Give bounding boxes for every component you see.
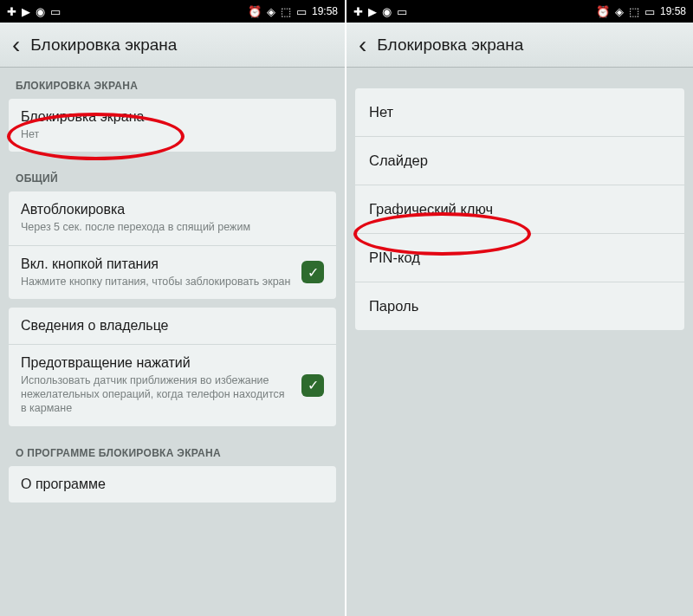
page-title: Блокировка экрана [30, 36, 177, 55]
item-title: Автоблокировка [21, 202, 315, 217]
item-prevent-touch[interactable]: Предотвращение нажатий Использовать датч… [9, 345, 336, 426]
battery-icon: ▭ [296, 5, 307, 18]
item-screen-lock[interactable]: Блокировка экрана Нет [9, 99, 336, 152]
item-sub: Использовать датчик приближения во избеж… [21, 373, 293, 416]
check-icon[interactable]: ✓ [301, 261, 324, 283]
item-title: Предотвращение нажатий [21, 355, 293, 371]
battery-icon: ▭ [644, 5, 655, 18]
option-label: Пароль [369, 298, 418, 314]
clock-time: 19:58 [312, 5, 338, 17]
option-label: PIN-код [369, 250, 420, 266]
alarm-icon: ⏰ [248, 5, 262, 18]
option-none[interactable]: Нет [355, 88, 684, 137]
sync-icon: ◉ [382, 5, 392, 18]
content: Нет Слайдер Графический ключ PIN-код Пар… [346, 68, 693, 330]
app-header: ‹ Блокировка экрана [346, 23, 693, 68]
section-label-general: ОБЩИЙ [0, 160, 345, 191]
option-pattern[interactable]: Графический ключ [355, 185, 684, 234]
option-password[interactable]: Пароль [355, 282, 684, 330]
signal-icon: ⬚ [629, 5, 639, 18]
item-sub: Через 5 сек. после перехода в спящий реж… [21, 220, 315, 234]
section-label-lock: БЛОКИРОВКА ЭКРАНА [0, 68, 345, 99]
status-right: ⏰ ◈ ⬚ ▭ 19:58 [596, 5, 686, 18]
back-icon[interactable]: ‹ [12, 33, 20, 57]
item-about[interactable]: О программе [9, 466, 336, 503]
plus-icon: ✚ [353, 5, 363, 18]
wifi-icon: ◈ [267, 5, 275, 18]
wifi-icon: ◈ [615, 5, 624, 18]
sync-icon: ◉ [36, 5, 45, 18]
item-title: О программе [21, 477, 315, 492]
status-right: ⏰ ◈ ⬚ ▭ 19:58 [248, 5, 338, 18]
play-icon: ▶ [22, 5, 30, 18]
item-title: Вкл. кнопкой питания [21, 256, 293, 272]
item-autolock[interactable]: Автоблокировка Через 5 сек. после перехо… [9, 191, 336, 245]
page-title: Блокировка экрана [377, 36, 523, 55]
item-sub: Нет [21, 127, 315, 141]
section-label-about: О ПРОГРАММЕ БЛОКИРОВКА ЭКРАНА [0, 435, 345, 466]
item-power-button-lock[interactable]: Вкл. кнопкой питания Нажмите кнопку пита… [9, 246, 336, 299]
picture-icon: ▭ [397, 5, 407, 18]
status-bar: ✚ ▶ ◉ ▭ ⏰ ◈ ⬚ ▭ 19:58 [0, 0, 345, 23]
back-icon[interactable]: ‹ [359, 33, 366, 57]
option-label: Слайдер [369, 152, 428, 169]
option-pin[interactable]: PIN-код [355, 234, 684, 282]
play-icon: ▶ [368, 5, 377, 18]
option-label: Графический ключ [369, 201, 493, 217]
status-left: ✚ ▶ ◉ ▭ [7, 5, 61, 18]
plus-icon: ✚ [7, 5, 16, 18]
item-sub: Нажмите кнопку питания, чтобы заблокиров… [21, 275, 293, 289]
item-owner-info[interactable]: Сведения о владельце [9, 308, 336, 345]
status-left: ✚ ▶ ◉ ▭ [353, 5, 407, 18]
screen-right: ✚ ▶ ◉ ▭ ⏰ ◈ ⬚ ▭ 19:58 ‹ Блокировка экран… [346, 0, 693, 616]
picture-icon: ▭ [50, 5, 61, 18]
content: БЛОКИРОВКА ЭКРАНА Блокировка экрана Нет … [0, 68, 345, 503]
screen-left: ✚ ▶ ◉ ▭ ⏰ ◈ ⬚ ▭ 19:58 ‹ Блокировка экран… [0, 0, 346, 616]
signal-icon: ⬚ [281, 5, 291, 18]
app-header: ‹ Блокировка экрана [0, 23, 345, 68]
status-bar: ✚ ▶ ◉ ▭ ⏰ ◈ ⬚ ▭ 19:58 [346, 0, 693, 23]
alarm-icon: ⏰ [596, 5, 610, 18]
check-icon[interactable]: ✓ [301, 374, 324, 397]
option-label: Нет [369, 104, 393, 120]
option-slider[interactable]: Слайдер [355, 137, 684, 185]
item-title: Сведения о владельце [21, 318, 315, 334]
item-title: Блокировка экрана [21, 109, 315, 125]
clock-time: 19:58 [660, 5, 686, 17]
